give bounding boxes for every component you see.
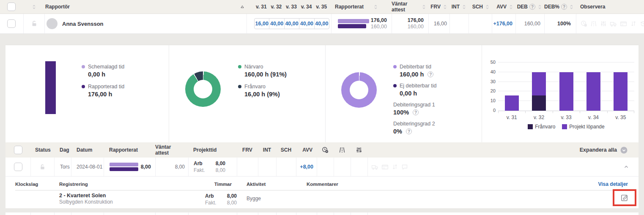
sort-icon[interactable] bbox=[461, 4, 467, 10]
week-31-value[interactable]: 16,00 bbox=[255, 19, 269, 29]
registration-activity: Bygge bbox=[247, 196, 261, 201]
col-sch: SCH bbox=[281, 147, 291, 153]
legend-label: Frånvaro bbox=[244, 84, 266, 90]
week-32-value[interactable]: 40,00 bbox=[269, 19, 284, 29]
legend-value: 160,00 h bbox=[400, 71, 424, 78]
unlock-icon[interactable] bbox=[39, 164, 46, 170]
sort-asc-icon[interactable] bbox=[240, 5, 244, 9]
col-projekttid: Projekttid bbox=[193, 147, 216, 153]
col-avv[interactable]: AVV bbox=[496, 4, 507, 10]
presence-panel: Närvaro 160,00 h (91%) Frånvaro 16,00 h … bbox=[169, 45, 326, 142]
legend-value: 176,00 h bbox=[88, 91, 124, 98]
vantar-sub: 160,00 bbox=[408, 24, 424, 30]
rapporterat-value: 176,00 bbox=[371, 17, 387, 24]
col-rapporterat[interactable]: Rapporterat bbox=[335, 4, 364, 10]
presence-donut bbox=[185, 71, 221, 107]
day-projekttid: Arb8,00 Fakt.8,00 bbox=[189, 160, 237, 174]
legend-dot-schemalagd bbox=[82, 65, 85, 68]
day-checkbox[interactable] bbox=[14, 163, 22, 171]
col-week-31: v. 31 bbox=[254, 4, 269, 10]
day-table-header: Status Dag Datum Rapporterat Väntar atte… bbox=[5, 142, 639, 158]
vantar-value: 176,00 bbox=[408, 17, 424, 24]
legend-dot-rapporterad bbox=[82, 85, 85, 88]
edit-icon bbox=[620, 193, 629, 202]
col-vantar-attest: Väntar attest bbox=[155, 144, 183, 156]
collapse-chevron-up-icon[interactable] bbox=[623, 164, 629, 170]
week-33-value[interactable]: 40,00 bbox=[284, 19, 299, 29]
help-icon[interactable]: ? bbox=[406, 128, 412, 134]
sort-icon[interactable] bbox=[421, 4, 427, 10]
metric-label: Debiteringsgrad 1 bbox=[393, 102, 435, 108]
col-int[interactable]: INT bbox=[452, 4, 460, 10]
col-week-34: v. 34 bbox=[299, 4, 314, 10]
clock-add-icon[interactable] bbox=[322, 147, 329, 153]
sliders-icon bbox=[600, 20, 607, 27]
help-icon[interactable]: ? bbox=[561, 4, 567, 10]
col-deb-pct[interactable]: DEB% bbox=[544, 4, 559, 10]
col-rapportor[interactable]: Rapportör bbox=[45, 4, 70, 10]
card-icon bbox=[381, 163, 389, 171]
transfer-arrows-icon bbox=[392, 163, 398, 170]
metric-label: Debiteringsgrad 2 bbox=[393, 121, 435, 127]
sort-icon[interactable] bbox=[569, 4, 574, 10]
expand-all-control[interactable]: Expandera alla bbox=[580, 147, 639, 154]
frv-value: 16,00 bbox=[429, 21, 447, 27]
week-34-value[interactable]: 40,00 bbox=[299, 19, 314, 29]
metric-value: 100% bbox=[393, 109, 409, 116]
legend-label: Schemalagd tid bbox=[88, 64, 124, 70]
divider bbox=[15, 190, 632, 191]
day-rapporterat-minibar bbox=[110, 163, 138, 171]
legend-value: 0,00 h bbox=[400, 90, 437, 97]
col-frv: FRV bbox=[242, 147, 252, 153]
col-kommentarer: Kommentarer bbox=[307, 182, 338, 187]
week-35-value[interactable]: 40,00 bbox=[314, 19, 329, 29]
dashboard: Schemalagd tid 0,00 h Rapporterad tid 17… bbox=[5, 45, 639, 142]
sort-icon[interactable] bbox=[31, 4, 37, 10]
legend-dot-narvaro bbox=[238, 65, 241, 68]
week-values-group: 16,00 40,00 40,00 40,00 40,00 bbox=[254, 18, 329, 29]
sort-icon[interactable] bbox=[508, 4, 514, 10]
col-week-32: v. 32 bbox=[269, 4, 284, 10]
select-all-checkbox[interactable] bbox=[7, 3, 16, 11]
next-day-row-partial[interactable] bbox=[5, 212, 639, 215]
annotation-highlight-box bbox=[613, 189, 636, 206]
col-frv[interactable]: FRV bbox=[430, 4, 441, 10]
history-icon bbox=[640, 20, 644, 27]
sort-icon[interactable] bbox=[373, 4, 378, 10]
legend-dot-ej-debiterbar bbox=[393, 84, 397, 87]
col-aktivitet: Aktivitet bbox=[247, 182, 266, 187]
reporter-name[interactable]: Anna Svensson bbox=[62, 21, 104, 27]
unlock-icon[interactable] bbox=[31, 20, 38, 27]
edit-registration-button[interactable] bbox=[620, 193, 629, 202]
expand-all-label[interactable]: Expandera alla bbox=[580, 147, 617, 153]
col-avv: AVV bbox=[302, 147, 312, 153]
col-vantar-attest[interactable]: Väntar attest bbox=[392, 1, 419, 13]
day-avv-value[interactable]: +8,00 bbox=[300, 164, 313, 170]
schedule-panel: Schemalagd tid 0,00 h Rapporterad tid 17… bbox=[5, 45, 169, 142]
sliders-icon[interactable] bbox=[356, 147, 362, 153]
chevron-down-circle-icon[interactable] bbox=[620, 147, 628, 154]
select-all-days-checkbox[interactable] bbox=[14, 146, 22, 154]
legend-dot-debiterbar bbox=[393, 65, 397, 68]
visa-detaljer-link[interactable]: Visa detaljer bbox=[598, 181, 628, 187]
legend-label: Närvaro bbox=[244, 64, 263, 70]
sort-icon[interactable] bbox=[537, 4, 543, 10]
help-icon[interactable]: ? bbox=[529, 4, 535, 10]
expanded-detail-card: Schemalagd tid 0,00 h Rapporterad tid 17… bbox=[5, 45, 639, 208]
row-checkbox[interactable] bbox=[7, 19, 16, 28]
road-icon[interactable] bbox=[339, 147, 345, 153]
col-deb[interactable]: DEB bbox=[517, 4, 528, 10]
help-icon[interactable]: ? bbox=[413, 109, 419, 115]
registration-table: Klockslag Registrering Timmar Aktivitet … bbox=[5, 177, 639, 208]
sort-icon[interactable] bbox=[442, 4, 448, 10]
help-icon[interactable]: ? bbox=[428, 71, 433, 77]
rapporterat-sub: 160,00 bbox=[371, 24, 387, 30]
avv-value[interactable]: +176,00 bbox=[492, 21, 512, 27]
col-sch[interactable]: SCH bbox=[472, 4, 483, 10]
legend-label: Rapporterad tid bbox=[88, 84, 124, 90]
day-row: Tors 2024-08-01 8,00 8,00 Arb8,00 Fakt.8… bbox=[5, 158, 639, 177]
sort-icon[interactable] bbox=[485, 4, 490, 10]
col-datum: Datum bbox=[77, 147, 92, 153]
legend-value: 16,00 h (9%) bbox=[244, 91, 287, 98]
legend-dot-franvaro bbox=[238, 85, 241, 88]
